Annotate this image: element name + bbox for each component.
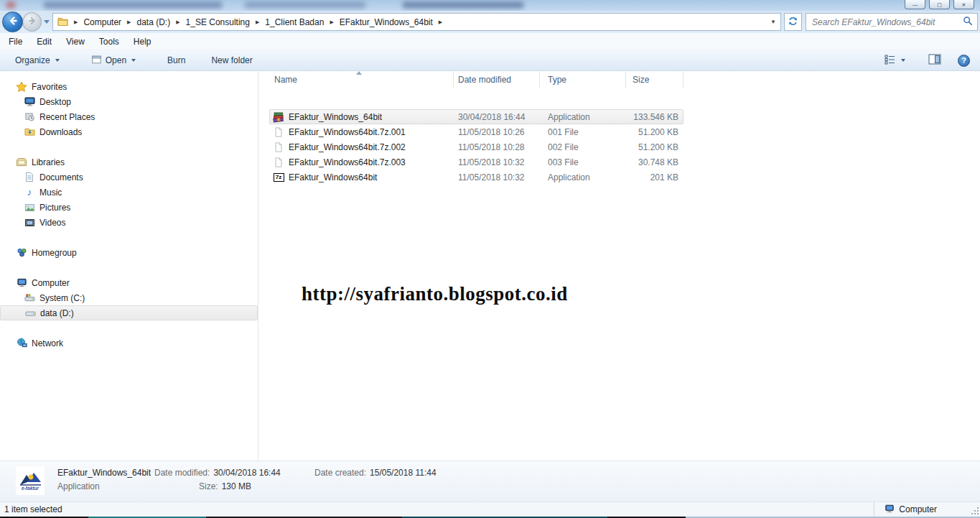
help-button[interactable]: ? (958, 55, 970, 67)
breadcrumb-client-badan[interactable]: 1_Client Badan (265, 17, 324, 27)
maximize-icon: ▢ (937, 2, 942, 7)
file-type: Application (540, 112, 626, 122)
sidebar-item-desktop[interactable]: Desktop (0, 94, 258, 109)
search-icon[interactable] (963, 16, 973, 28)
sidebar-item-pictures[interactable]: Pictures (0, 200, 258, 215)
resize-grip[interactable] (970, 506, 979, 514)
column-header-date-modified[interactable]: Date modified (454, 72, 540, 88)
sidebar-group-homegroup[interactable]: Homegroup (0, 245, 258, 260)
menu-help[interactable]: Help (126, 34, 159, 49)
breadcrumb-separator[interactable] (74, 19, 78, 25)
menu-tools[interactable]: Tools (92, 34, 126, 49)
computer-icon (885, 504, 895, 516)
sidebar-item-label: Downloads (39, 127, 82, 137)
toolbar-right-group: ? (878, 50, 970, 70)
column-header-type[interactable]: Type (540, 72, 626, 88)
sidebar-item-data-d[interactable]: data (D:) (0, 305, 258, 320)
search-box[interactable] (806, 13, 978, 31)
address-bar[interactable]: Computer data (D:) 1_SE Consulting 1_Cli… (52, 13, 781, 31)
file-name: EFaktur_Windows64bit.7z.002 (289, 142, 406, 152)
file-size: 201 KB (626, 172, 678, 182)
sidebar-item-videos[interactable]: Videos (0, 215, 258, 230)
breadcrumb-computer[interactable]: Computer (83, 17, 121, 27)
details-date-created: Date created: 15/05/2018 11:44 (314, 468, 437, 478)
folder-icon (57, 17, 68, 28)
selection-count: 1 item selected (0, 504, 62, 514)
menu-file[interactable]: File (1, 34, 29, 49)
homegroup-icon (16, 247, 27, 259)
breadcrumb-separator[interactable] (330, 19, 333, 25)
open-button[interactable]: Open (85, 51, 142, 70)
status-location: Computer (874, 504, 980, 516)
preview-pane-icon (928, 54, 941, 67)
menu-edit[interactable]: Edit (29, 34, 59, 49)
sidebar-item-system-c[interactable]: System (C:) (0, 290, 258, 305)
column-header-size[interactable]: Size (626, 72, 683, 88)
refresh-button[interactable] (784, 13, 802, 31)
sevenzip-icon: 7z (273, 172, 284, 183)
svg-text:e-faktur: e-faktur (22, 486, 39, 491)
sidebar-item-label: Videos (39, 218, 65, 228)
file-row-7z-001[interactable]: EFaktur_Windows64bit.7z.001 11/05/2018 1… (269, 124, 683, 139)
minimize-button[interactable]: — (905, 0, 925, 9)
breadcrumb-separator[interactable] (256, 19, 259, 25)
sidebar-item-recent-places[interactable]: Recent Places (0, 109, 258, 124)
sidebar-item-documents[interactable]: Documents (0, 170, 258, 185)
titlebar-blur-decoration (43, 1, 223, 9)
efaktur-logo-icon: e-faktur (16, 466, 45, 495)
forward-button[interactable] (22, 12, 42, 32)
sidebar-group-favorites[interactable]: Favorites (0, 79, 258, 94)
sidebar-spacer (0, 139, 258, 154)
breadcrumb-separator[interactable] (176, 19, 179, 25)
sidebar-group-libraries[interactable]: Libraries (0, 154, 258, 170)
titlebar-blur-decoration (6, 1, 16, 9)
back-button[interactable] (2, 11, 23, 32)
file-row-7z-003[interactable]: EFaktur_Windows64bit.7z.003 11/05/2018 1… (269, 154, 683, 170)
breadcrumb-se-consulting[interactable]: 1_SE Consulting (186, 17, 250, 27)
recent-pages-dropdown[interactable] (44, 20, 50, 24)
sidebar-item-label: Documents (39, 172, 83, 182)
chevron-down-icon (131, 59, 136, 62)
window-controls: — ▢ ✕ (905, 0, 974, 9)
sidebar-item-music[interactable]: ♪ Music (0, 185, 258, 200)
file-row-efaktur-windows64bit-exe[interactable]: 7z EFaktur_Windows64bit 11/05/2018 10:32… (269, 170, 683, 185)
details-file-type: Application (57, 481, 100, 491)
file-type: Application (540, 172, 626, 182)
organize-button[interactable]: Organize (9, 52, 66, 69)
burn-button[interactable]: Burn (161, 52, 192, 69)
new-folder-button[interactable]: New folder (205, 52, 258, 69)
file-date-modified: 11/05/2018 10:28 (454, 142, 540, 152)
breadcrumb-separator[interactable] (439, 19, 442, 25)
file-size: 51.200 KB (626, 142, 678, 152)
command-toolbar: Organize Open Burn New folder ? (0, 50, 980, 71)
music-note-icon: ♪ (24, 187, 35, 198)
breadcrumb-separator[interactable] (127, 19, 131, 25)
navigation-bar: Computer data (D:) 1_SE Consulting 1_Cli… (0, 11, 980, 33)
file-row-7z-002[interactable]: EFaktur_Windows64bit.7z.002 11/05/2018 1… (269, 139, 683, 154)
sidebar-item-downloads[interactable]: Downloads (0, 124, 258, 139)
file-type: 003 File (540, 157, 626, 167)
preview-pane-button[interactable] (922, 50, 948, 70)
column-headers: Name Date modified Type Size (269, 72, 683, 88)
close-button[interactable]: ✕ (953, 0, 974, 9)
column-header-name[interactable]: Name (269, 72, 454, 88)
breadcrumb-data-d[interactable]: data (D:) (136, 17, 170, 27)
sidebar-group-network[interactable]: Network (0, 336, 258, 351)
change-view-button[interactable] (878, 51, 912, 70)
desktop-icon (24, 96, 35, 108)
sidebar-group-computer[interactable]: Computer (0, 275, 258, 290)
file-type: 001 File (540, 127, 626, 137)
maximize-button[interactable]: ▢ (929, 0, 950, 9)
list-view-icon (885, 55, 896, 67)
data-drive-icon (24, 307, 36, 319)
file-row-efaktur-windows-64bit[interactable]: EFaktur_Windows_64bit 30/04/2018 16:44 A… (269, 109, 683, 124)
file-name: EFaktur_Windows64bit.7z.001 (289, 127, 406, 137)
search-input[interactable] (812, 17, 963, 27)
file-size: 51.200 KB (626, 127, 678, 137)
address-history-dropdown[interactable] (770, 19, 776, 25)
sidebar-item-label: Recent Places (39, 112, 95, 122)
breadcrumb-efaktur-windows-64bit[interactable]: EFaktur_Windows_64bit (340, 17, 433, 27)
new-folder-label: New folder (211, 55, 252, 65)
back-arrow-icon (7, 15, 19, 29)
menu-view[interactable]: View (59, 34, 92, 49)
